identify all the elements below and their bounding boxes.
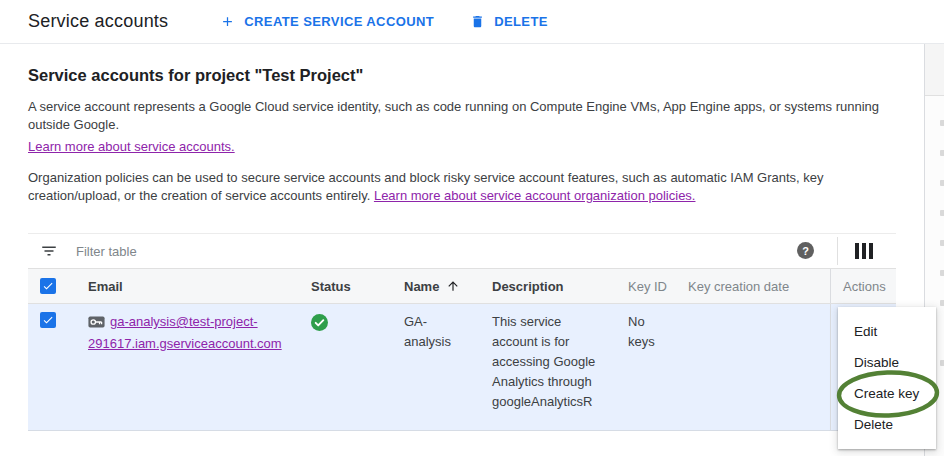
column-display-icon[interactable]	[855, 243, 873, 259]
filter-icon	[40, 242, 58, 260]
side-panel-mark	[940, 210, 944, 216]
learn-more-org-policies-link[interactable]: Learn more about service account organiz…	[374, 188, 696, 203]
section-heading: Service accounts for project "Test Proje…	[28, 66, 918, 85]
column-header-actions: Actions	[830, 269, 896, 303]
side-panel-mark	[940, 300, 944, 306]
plus-icon	[220, 14, 235, 29]
table-row: ga-analysis@test-project-291617.iam.gser…	[28, 304, 896, 431]
column-header-key-id[interactable]: Key ID	[616, 269, 676, 303]
column-header-key-creation-date[interactable]: Key creation date	[676, 269, 830, 303]
column-header-email[interactable]: Email	[76, 269, 299, 303]
menu-item-edit[interactable]: Edit	[838, 316, 936, 347]
row-checkbox[interactable]	[40, 312, 56, 328]
page-title: Service accounts	[28, 11, 168, 32]
select-all-checkbox[interactable]	[40, 278, 56, 294]
row-select-cell	[28, 304, 76, 430]
column-header-description[interactable]: Description	[480, 269, 616, 303]
service-accounts-table: ? Email Status Name	[28, 233, 896, 431]
column-header-status[interactable]: Status	[299, 269, 392, 303]
learn-more-service-accounts-link[interactable]: Learn more about service accounts.	[28, 138, 235, 156]
sort-ascending-icon	[446, 279, 460, 293]
side-panel-mark	[940, 270, 944, 276]
menu-item-delete[interactable]: Delete	[838, 409, 936, 440]
delete-service-account-button[interactable]: DELETE	[470, 14, 548, 29]
delete-button-label: DELETE	[494, 14, 548, 29]
side-panel-mark	[940, 180, 944, 186]
key-id-cell: No keys	[616, 304, 676, 430]
side-panel-mark	[940, 150, 944, 156]
org-policies-paragraph: Organization policies can be used to sec…	[28, 169, 918, 205]
page-header: Service accounts CREATE SERVICE ACCOUNT …	[0, 0, 944, 44]
intro-text: A service account represents a Google Cl…	[28, 99, 879, 132]
service-account-email-link[interactable]: ga-analysis@test-project-291617.iam.gser…	[88, 314, 282, 351]
row-actions-menu: Edit Disable Create key Delete	[838, 307, 936, 449]
column-header-name[interactable]: Name	[392, 269, 480, 303]
filter-table-input[interactable]	[74, 243, 638, 260]
status-cell	[299, 304, 392, 430]
main-content: Service accounts for project "Test Proje…	[28, 44, 918, 431]
menu-item-disable[interactable]: Disable	[838, 347, 936, 378]
trash-icon	[470, 14, 485, 29]
intro-paragraph: A service account represents a Google Cl…	[28, 98, 918, 156]
side-panel-mark	[940, 240, 944, 246]
toolbar-divider	[837, 237, 838, 265]
help-icon[interactable]: ?	[797, 242, 814, 259]
create-button-label: CREATE SERVICE ACCOUNT	[244, 14, 434, 29]
email-cell: ga-analysis@test-project-291617.iam.gser…	[76, 304, 299, 430]
key-creation-date-cell	[676, 304, 830, 430]
description-cell: This service account is for accessing Go…	[480, 304, 616, 430]
service-account-key-icon	[88, 316, 105, 331]
name-cell: GA-analysis	[392, 304, 480, 430]
side-panel-mark	[940, 360, 944, 366]
side-panel-header-edge	[925, 44, 944, 96]
table-filter-bar: ?	[28, 234, 896, 269]
service-accounts-page: Service accounts CREATE SERVICE ACCOUNT …	[0, 0, 944, 456]
select-all-cell	[28, 269, 76, 303]
table-header-row: Email Status Name Description Key ID Key…	[28, 269, 896, 304]
create-service-account-button[interactable]: CREATE SERVICE ACCOUNT	[220, 14, 434, 29]
status-active-icon	[311, 314, 328, 331]
side-panel-mark	[940, 120, 944, 126]
menu-item-create-key[interactable]: Create key	[838, 378, 936, 409]
